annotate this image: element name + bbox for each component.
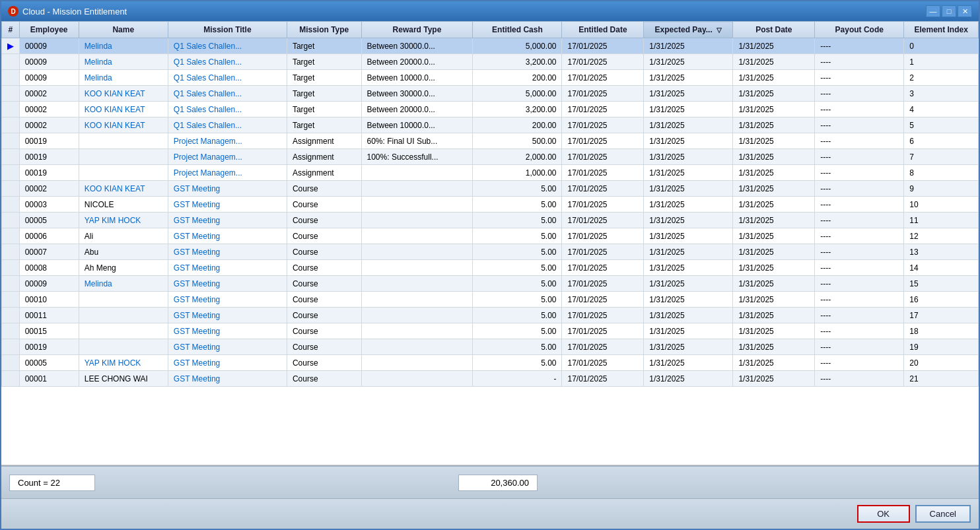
- col-header-employee[interactable]: Employee: [19, 22, 79, 38]
- cell-mission-type: Course: [287, 260, 361, 276]
- table-row[interactable]: 00009MelindaQ1 Sales Challen...TargetBet…: [2, 54, 979, 70]
- cell-employee: 00002: [19, 102, 79, 117]
- title-bar-left: D Cloud - Mission Entitlement: [8, 6, 127, 17]
- cell-name: KOO KIAN KEAT: [79, 86, 168, 102]
- table-row[interactable]: 00002KOO KIAN KEATQ1 Sales Challen...Tar…: [2, 86, 979, 102]
- table-row[interactable]: 00008Ah MengGST MeetingCourse5.0017/01/2…: [2, 260, 979, 276]
- cell-mission-type: Target: [287, 102, 361, 117]
- col-header-entitled-cash[interactable]: Entitled Cash: [473, 22, 562, 38]
- table-row[interactable]: 00007AbuGST MeetingCourse5.0017/01/20251…: [2, 244, 979, 260]
- cell-mission-title: Q1 Sales Challen...: [168, 38, 287, 54]
- table-row[interactable]: 00009MelindaGST MeetingCourse5.0017/01/2…: [2, 276, 979, 292]
- table-row[interactable]: 00015GST MeetingCourse5.0017/01/20251/31…: [2, 323, 979, 339]
- cell-mission-type: Course: [287, 292, 361, 308]
- cell-expected-pay: 1/31/2025: [644, 355, 733, 371]
- table-row[interactable]: 00019Project Managem...Assignment1,000.0…: [2, 165, 979, 181]
- cell-employee: 00015: [19, 323, 79, 339]
- col-header-payout-code[interactable]: Payout Code: [815, 22, 904, 38]
- cell-entitled-date: 17/01/2025: [562, 371, 644, 387]
- cell-reward-type: [361, 355, 473, 371]
- ok-button[interactable]: OK: [857, 505, 910, 523]
- cell-element-index: 21: [904, 371, 979, 387]
- cell-post-date: 1/31/2025: [733, 244, 815, 260]
- cell-payout-code: ----: [815, 323, 904, 339]
- table-row[interactable]: 00003NICOLEGST MeetingCourse5.0017/01/20…: [2, 197, 979, 213]
- col-header-mission-title[interactable]: Mission Title: [168, 22, 287, 38]
- cell-name: Melinda: [79, 70, 168, 86]
- cell-entitled-cash: 5.00: [473, 355, 562, 371]
- table-row[interactable]: 00009MelindaQ1 Sales Challen...TargetBet…: [2, 70, 979, 86]
- row-marker: [2, 54, 20, 70]
- cell-expected-pay: 1/31/2025: [644, 117, 733, 133]
- button-bar: OK Cancel: [1, 498, 979, 529]
- table-row[interactable]: 00019Project Managem...Assignment100%: S…: [2, 149, 979, 165]
- table-row[interactable]: 00002KOO KIAN KEATQ1 Sales Challen...Tar…: [2, 102, 979, 117]
- cell-expected-pay: 1/31/2025: [644, 181, 733, 197]
- col-header-post-date[interactable]: Post Date: [733, 22, 815, 38]
- cell-entitled-cash: 5.00: [473, 276, 562, 292]
- cell-mission-title: Project Managem...: [168, 133, 287, 149]
- cell-entitled-cash: 1,000.00: [473, 165, 562, 181]
- table-row[interactable]: 00001LEE CHONG WAIGST MeetingCourse-17/0…: [2, 371, 979, 387]
- cell-post-date: 1/31/2025: [733, 86, 815, 102]
- cell-employee: 00009: [19, 38, 79, 54]
- cell-mission-type: Course: [287, 355, 361, 371]
- cell-mission-title: GST Meeting: [168, 244, 287, 260]
- cell-entitled-date: 17/01/2025: [562, 228, 644, 244]
- table-row[interactable]: 00005YAP KIM HOCKGST MeetingCourse5.0017…: [2, 213, 979, 228]
- table-row[interactable]: 00011GST MeetingCourse5.0017/01/20251/31…: [2, 308, 979, 323]
- close-button[interactable]: ✕: [958, 5, 972, 17]
- cell-payout-code: ----: [815, 197, 904, 213]
- cell-payout-code: ----: [815, 292, 904, 308]
- table-row[interactable]: 00005YAP KIM HOCKGST MeetingCourse5.0017…: [2, 355, 979, 371]
- content-area: # Employee Name Mission Title Mission Ty…: [1, 21, 979, 529]
- col-header-entitled-date[interactable]: Entitled Date: [562, 22, 644, 38]
- cell-name: [79, 323, 168, 339]
- cell-reward-type: [361, 197, 473, 213]
- table-row[interactable]: 00002KOO KIAN KEATGST MeetingCourse5.001…: [2, 181, 979, 197]
- cell-payout-code: ----: [815, 149, 904, 165]
- table-row[interactable]: 00006AliGST MeetingCourse5.0017/01/20251…: [2, 228, 979, 244]
- cell-post-date: 1/31/2025: [733, 149, 815, 165]
- cell-post-date: 1/31/2025: [733, 181, 815, 197]
- col-header-expected-pay[interactable]: Expected Pay... ▽: [644, 22, 733, 38]
- table-row[interactable]: 00019GST MeetingCourse5.0017/01/20251/31…: [2, 339, 979, 355]
- table-row[interactable]: 00002KOO KIAN KEATQ1 Sales Challen...Tar…: [2, 117, 979, 133]
- cell-reward-type: Between 30000.0...: [361, 86, 473, 102]
- cell-mission-title: Q1 Sales Challen...: [168, 117, 287, 133]
- row-marker: [2, 133, 20, 149]
- cell-reward-type: 100%: Successfull...: [361, 149, 473, 165]
- cell-mission-type: Target: [287, 54, 361, 70]
- cell-employee: 00011: [19, 308, 79, 323]
- cell-mission-type: Target: [287, 117, 361, 133]
- table-wrapper[interactable]: # Employee Name Mission Title Mission Ty…: [1, 21, 979, 465]
- cell-element-index: 19: [904, 339, 979, 355]
- cell-name: Melinda: [79, 38, 168, 54]
- cell-reward-type: [361, 260, 473, 276]
- cell-reward-type: 60%: Final UI Sub...: [361, 133, 473, 149]
- cell-entitled-date: 17/01/2025: [562, 86, 644, 102]
- sort-icon: ▽: [717, 26, 722, 34]
- cancel-button[interactable]: Cancel: [915, 505, 971, 523]
- cell-mission-type: Course: [287, 213, 361, 228]
- cell-name: Melinda: [79, 54, 168, 70]
- table-row[interactable]: 00010GST MeetingCourse5.0017/01/20251/31…: [2, 292, 979, 308]
- col-header-mission-type[interactable]: Mission Type: [287, 22, 361, 38]
- col-header-element-index[interactable]: Element Index: [904, 22, 979, 38]
- row-marker: [2, 213, 20, 228]
- minimize-button[interactable]: —: [926, 5, 940, 17]
- table-header-row: # Employee Name Mission Title Mission Ty…: [2, 22, 979, 38]
- table-row[interactable]: ▶00009MelindaQ1 Sales Challen...TargetBe…: [2, 38, 979, 54]
- row-marker: [2, 228, 20, 244]
- cell-payout-code: ----: [815, 308, 904, 323]
- cell-entitled-date: 17/01/2025: [562, 323, 644, 339]
- cell-name: NICOLE: [79, 197, 168, 213]
- col-header-reward-type[interactable]: Reward Type: [361, 22, 473, 38]
- col-header-hash[interactable]: #: [2, 22, 20, 38]
- cell-entitled-cash: 2,000.00: [473, 149, 562, 165]
- restore-button[interactable]: □: [942, 5, 956, 17]
- col-header-name[interactable]: Name: [79, 22, 168, 38]
- table-row[interactable]: 00019Project Managem...Assignment60%: Fi…: [2, 133, 979, 149]
- cell-mission-type: Target: [287, 70, 361, 86]
- window-title: Cloud - Mission Entitlement: [22, 7, 127, 17]
